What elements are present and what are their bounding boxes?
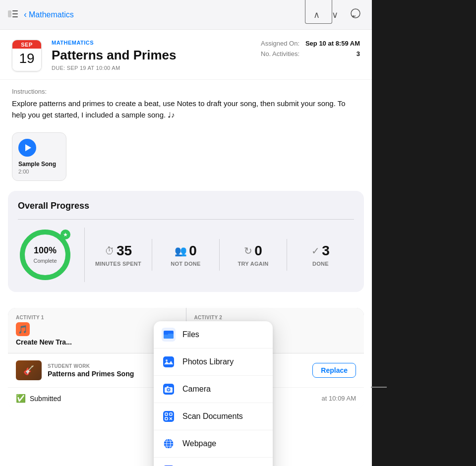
menu-item-bookmarks[interactable]: Bookmarks [154, 458, 273, 466]
clock-icon: ⏱ [105, 245, 115, 257]
done-label: DONE [312, 261, 329, 267]
scan-label: Scan Documents [182, 412, 243, 421]
due-date: DUE: SEP 19 AT 10:00 AM [52, 65, 251, 71]
minutes-label: MINUTES SPENT [95, 261, 141, 267]
menu-item-files[interactable]: Files [154, 321, 273, 349]
progress-stats: 100% Complete ★ ⏱ 35 MINUTES SPENT [18, 228, 354, 282]
play-button[interactable] [18, 139, 36, 157]
activities-label: No. Activities: [261, 50, 299, 58]
activity-1-label: ACTIVITY 1 [16, 315, 178, 320]
photos-label: Photos Library [182, 357, 234, 366]
corner-decoration [305, 0, 332, 24]
activity-2-label: ACTIVITY 2 [194, 315, 357, 320]
stat-try-again: ↻ 0 TRY AGAIN [220, 239, 287, 271]
not-done-value: 0 [189, 243, 197, 259]
files-label: Files [182, 330, 199, 339]
scan-icon [162, 409, 176, 423]
not-done-icon: 👥 [175, 245, 187, 257]
instructions-label: Instructions: [12, 88, 360, 95]
photos-icon [162, 355, 176, 369]
instructions-section: Instructions: Explore patterns and prime… [0, 80, 372, 128]
circle-percent: 100% [33, 245, 57, 256]
assigned-on-value: Sep 10 at 8:59 AM [305, 40, 360, 47]
subject-label: MATHEMATICS [52, 40, 251, 46]
menu-item-camera[interactable]: Camera [154, 376, 273, 403]
assigned-on-label: Assigned On: [261, 40, 299, 47]
stat-top: 👥 0 [175, 243, 197, 259]
context-menu: Files Photos Library [154, 321, 273, 466]
progress-section: Overall Progress 100% Complete ★ [8, 191, 364, 292]
media-card-area: Sample Song 2:00 [0, 128, 372, 191]
stat-not-done: 👥 0 NOT DONE [152, 239, 220, 271]
media-duration: 2:00 [18, 169, 60, 175]
comment-button[interactable] [347, 7, 364, 22]
activity-1-icon: 🎵 [16, 322, 30, 336]
instructions-text: Explore patterns and primes to create a … [12, 98, 360, 120]
circle-progress: 100% Complete ★ [18, 228, 72, 282]
submitted-time: at 10:09 AM [322, 395, 356, 402]
stat-top: ⏱ 35 [105, 243, 132, 259]
progress-title: Overall Progress [18, 201, 354, 211]
assignment-info: MATHEMATICS Patterns and Primes DUE: SEP… [52, 40, 251, 71]
camera-icon [162, 382, 176, 396]
sample-song-card[interactable]: Sample Song 2:00 [12, 132, 66, 181]
stat-top: ↻ 0 [244, 243, 262, 259]
svg-rect-16 [167, 386, 169, 388]
svg-point-15 [168, 389, 170, 391]
replace-button[interactable]: Replace [312, 363, 356, 378]
work-thumbnail: 🎸 [16, 360, 42, 380]
done-icon: ✓ [311, 245, 320, 257]
stat-minutes: ⏱ 35 MINUTES SPENT [85, 239, 152, 271]
assignment-header: SEP 19 MATHEMATICS Patterns and Primes D… [0, 30, 372, 80]
submitted-text: Submitted [30, 395, 61, 403]
svg-rect-3 [12, 16, 18, 17]
arrow-line [371, 387, 387, 388]
calendar-month: SEP [12, 40, 41, 49]
files-icon [162, 328, 176, 342]
menu-item-scan[interactable]: Scan Documents [154, 403, 273, 430]
star-badge: ★ [60, 230, 70, 239]
menu-item-webpage[interactable]: Webpage [154, 430, 273, 458]
bookmarks-icon [162, 464, 176, 466]
stat-top: ✓ 3 [311, 243, 330, 259]
svg-rect-10 [163, 356, 174, 367]
try-again-icon: ↻ [244, 245, 252, 257]
assigned-on-row: Assigned On: Sep 10 at 8:59 AM [261, 40, 360, 47]
svg-rect-2 [12, 13, 18, 14]
done-value: 3 [322, 243, 330, 259]
circle-label: Complete [33, 258, 57, 264]
back-button[interactable]: ‹ Mathematics [24, 9, 74, 20]
back-chevron-icon: ‹ [24, 9, 27, 20]
svg-rect-9 [164, 333, 168, 335]
sidebar-toggle-button[interactable] [8, 9, 18, 20]
svg-rect-1 [12, 10, 18, 11]
dark-side-panel [372, 0, 476, 466]
navigation-bar: ‹ Mathematics ∧ ∨ [0, 0, 372, 30]
calendar-icon: SEP 19 [12, 40, 42, 71]
circle-progress-container: 100% Complete ★ [18, 228, 85, 282]
activities-row: No. Activities: 3 [261, 50, 360, 58]
webpage-icon [162, 437, 176, 451]
assignment-title: Patterns and Primes [52, 48, 251, 63]
stat-done: ✓ 3 DONE [287, 239, 354, 271]
minutes-value: 35 [117, 243, 132, 259]
not-done-label: NOT DONE [171, 261, 200, 267]
circle-center: 100% Complete [33, 245, 57, 265]
try-again-value: 0 [254, 243, 262, 259]
play-icon [25, 144, 31, 151]
calendar-day: 19 [12, 49, 41, 68]
try-again-label: TRY AGAIN [238, 261, 268, 267]
back-label: Mathematics [29, 10, 74, 19]
camera-label: Camera [182, 385, 211, 394]
svg-rect-17 [163, 411, 174, 422]
menu-item-photos[interactable]: Photos Library [154, 349, 273, 376]
webpage-label: Webpage [182, 439, 216, 448]
activities-value: 3 [357, 50, 360, 58]
svg-rect-0 [8, 10, 11, 17]
assignment-meta: Assigned On: Sep 10 at 8:59 AM No. Activ… [261, 40, 360, 71]
media-title: Sample Song [18, 161, 60, 168]
svg-point-11 [166, 359, 168, 361]
submitted-check-icon: ✅ [16, 394, 26, 403]
